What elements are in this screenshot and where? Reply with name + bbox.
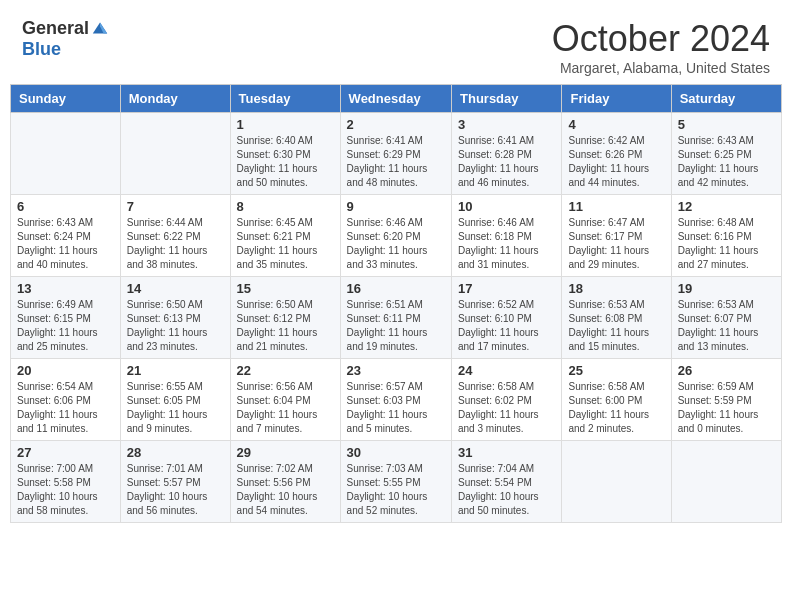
day-number: 2 (347, 117, 445, 132)
day-info: Sunrise: 6:48 AM Sunset: 6:16 PM Dayligh… (678, 216, 775, 272)
day-info: Sunrise: 6:57 AM Sunset: 6:03 PM Dayligh… (347, 380, 445, 436)
calendar-cell: 16Sunrise: 6:51 AM Sunset: 6:11 PM Dayli… (340, 277, 451, 359)
calendar-cell: 9Sunrise: 6:46 AM Sunset: 6:20 PM Daylig… (340, 195, 451, 277)
day-number: 31 (458, 445, 555, 460)
calendar-cell: 17Sunrise: 6:52 AM Sunset: 6:10 PM Dayli… (452, 277, 562, 359)
calendar-cell: 5Sunrise: 6:43 AM Sunset: 6:25 PM Daylig… (671, 113, 781, 195)
day-info: Sunrise: 6:42 AM Sunset: 6:26 PM Dayligh… (568, 134, 664, 190)
day-info: Sunrise: 6:58 AM Sunset: 6:00 PM Dayligh… (568, 380, 664, 436)
calendar-cell: 22Sunrise: 6:56 AM Sunset: 6:04 PM Dayli… (230, 359, 340, 441)
calendar-cell: 15Sunrise: 6:50 AM Sunset: 6:12 PM Dayli… (230, 277, 340, 359)
calendar-cell: 2Sunrise: 6:41 AM Sunset: 6:29 PM Daylig… (340, 113, 451, 195)
day-number: 30 (347, 445, 445, 460)
day-number: 28 (127, 445, 224, 460)
day-info: Sunrise: 6:43 AM Sunset: 6:25 PM Dayligh… (678, 134, 775, 190)
day-info: Sunrise: 6:46 AM Sunset: 6:20 PM Dayligh… (347, 216, 445, 272)
calendar-cell: 29Sunrise: 7:02 AM Sunset: 5:56 PM Dayli… (230, 441, 340, 523)
calendar-cell: 28Sunrise: 7:01 AM Sunset: 5:57 PM Dayli… (120, 441, 230, 523)
day-number: 11 (568, 199, 664, 214)
month-title: October 2024 (552, 18, 770, 60)
calendar-cell: 23Sunrise: 6:57 AM Sunset: 6:03 PM Dayli… (340, 359, 451, 441)
calendar-week-row: 20Sunrise: 6:54 AM Sunset: 6:06 PM Dayli… (11, 359, 782, 441)
day-info: Sunrise: 6:50 AM Sunset: 6:13 PM Dayligh… (127, 298, 224, 354)
calendar-cell (562, 441, 671, 523)
day-number: 24 (458, 363, 555, 378)
calendar-cell: 26Sunrise: 6:59 AM Sunset: 5:59 PM Dayli… (671, 359, 781, 441)
day-info: Sunrise: 6:50 AM Sunset: 6:12 PM Dayligh… (237, 298, 334, 354)
day-number: 7 (127, 199, 224, 214)
day-of-week-header: Sunday (11, 85, 121, 113)
day-info: Sunrise: 6:47 AM Sunset: 6:17 PM Dayligh… (568, 216, 664, 272)
calendar-week-row: 13Sunrise: 6:49 AM Sunset: 6:15 PM Dayli… (11, 277, 782, 359)
day-number: 10 (458, 199, 555, 214)
calendar-cell: 21Sunrise: 6:55 AM Sunset: 6:05 PM Dayli… (120, 359, 230, 441)
day-info: Sunrise: 6:53 AM Sunset: 6:08 PM Dayligh… (568, 298, 664, 354)
day-info: Sunrise: 7:00 AM Sunset: 5:58 PM Dayligh… (17, 462, 114, 518)
day-of-week-header: Tuesday (230, 85, 340, 113)
day-info: Sunrise: 6:46 AM Sunset: 6:18 PM Dayligh… (458, 216, 555, 272)
day-number: 21 (127, 363, 224, 378)
day-number: 27 (17, 445, 114, 460)
calendar-cell: 24Sunrise: 6:58 AM Sunset: 6:02 PM Dayli… (452, 359, 562, 441)
calendar-cell (671, 441, 781, 523)
day-number: 5 (678, 117, 775, 132)
day-number: 25 (568, 363, 664, 378)
day-of-week-header: Monday (120, 85, 230, 113)
calendar-cell: 18Sunrise: 6:53 AM Sunset: 6:08 PM Dayli… (562, 277, 671, 359)
day-number: 9 (347, 199, 445, 214)
day-number: 15 (237, 281, 334, 296)
calendar-week-row: 6Sunrise: 6:43 AM Sunset: 6:24 PM Daylig… (11, 195, 782, 277)
day-number: 17 (458, 281, 555, 296)
day-of-week-header: Wednesday (340, 85, 451, 113)
day-info: Sunrise: 6:59 AM Sunset: 5:59 PM Dayligh… (678, 380, 775, 436)
day-info: Sunrise: 6:54 AM Sunset: 6:06 PM Dayligh… (17, 380, 114, 436)
day-number: 16 (347, 281, 445, 296)
calendar-cell: 12Sunrise: 6:48 AM Sunset: 6:16 PM Dayli… (671, 195, 781, 277)
logo: General Blue (22, 18, 109, 60)
day-info: Sunrise: 7:04 AM Sunset: 5:54 PM Dayligh… (458, 462, 555, 518)
title-area: October 2024 Margaret, Alabama, United S… (552, 18, 770, 76)
day-number: 13 (17, 281, 114, 296)
calendar-cell: 1Sunrise: 6:40 AM Sunset: 6:30 PM Daylig… (230, 113, 340, 195)
day-of-week-header: Saturday (671, 85, 781, 113)
calendar-cell: 13Sunrise: 6:49 AM Sunset: 6:15 PM Dayli… (11, 277, 121, 359)
day-info: Sunrise: 6:53 AM Sunset: 6:07 PM Dayligh… (678, 298, 775, 354)
day-number: 18 (568, 281, 664, 296)
calendar-cell: 7Sunrise: 6:44 AM Sunset: 6:22 PM Daylig… (120, 195, 230, 277)
day-info: Sunrise: 6:49 AM Sunset: 6:15 PM Dayligh… (17, 298, 114, 354)
calendar-cell: 19Sunrise: 6:53 AM Sunset: 6:07 PM Dayli… (671, 277, 781, 359)
day-info: Sunrise: 6:51 AM Sunset: 6:11 PM Dayligh… (347, 298, 445, 354)
day-number: 4 (568, 117, 664, 132)
day-info: Sunrise: 6:52 AM Sunset: 6:10 PM Dayligh… (458, 298, 555, 354)
calendar-table: SundayMondayTuesdayWednesdayThursdayFrid… (10, 84, 782, 523)
calendar-week-row: 27Sunrise: 7:00 AM Sunset: 5:58 PM Dayli… (11, 441, 782, 523)
calendar-cell: 10Sunrise: 6:46 AM Sunset: 6:18 PM Dayli… (452, 195, 562, 277)
day-info: Sunrise: 6:45 AM Sunset: 6:21 PM Dayligh… (237, 216, 334, 272)
page-header: General Blue October 2024 Margaret, Alab… (10, 10, 782, 80)
day-number: 20 (17, 363, 114, 378)
day-number: 14 (127, 281, 224, 296)
calendar-cell: 8Sunrise: 6:45 AM Sunset: 6:21 PM Daylig… (230, 195, 340, 277)
calendar-cell (11, 113, 121, 195)
day-number: 12 (678, 199, 775, 214)
location: Margaret, Alabama, United States (552, 60, 770, 76)
day-number: 26 (678, 363, 775, 378)
day-number: 3 (458, 117, 555, 132)
calendar-cell: 31Sunrise: 7:04 AM Sunset: 5:54 PM Dayli… (452, 441, 562, 523)
calendar-cell (120, 113, 230, 195)
calendar-cell: 30Sunrise: 7:03 AM Sunset: 5:55 PM Dayli… (340, 441, 451, 523)
day-of-week-header: Thursday (452, 85, 562, 113)
day-number: 29 (237, 445, 334, 460)
calendar-cell: 20Sunrise: 6:54 AM Sunset: 6:06 PM Dayli… (11, 359, 121, 441)
day-number: 1 (237, 117, 334, 132)
logo-blue: Blue (22, 39, 61, 60)
day-info: Sunrise: 6:55 AM Sunset: 6:05 PM Dayligh… (127, 380, 224, 436)
day-info: Sunrise: 6:56 AM Sunset: 6:04 PM Dayligh… (237, 380, 334, 436)
calendar-cell: 14Sunrise: 6:50 AM Sunset: 6:13 PM Dayli… (120, 277, 230, 359)
day-info: Sunrise: 7:02 AM Sunset: 5:56 PM Dayligh… (237, 462, 334, 518)
day-info: Sunrise: 6:41 AM Sunset: 6:29 PM Dayligh… (347, 134, 445, 190)
day-info: Sunrise: 6:41 AM Sunset: 6:28 PM Dayligh… (458, 134, 555, 190)
day-info: Sunrise: 6:44 AM Sunset: 6:22 PM Dayligh… (127, 216, 224, 272)
calendar-cell: 25Sunrise: 6:58 AM Sunset: 6:00 PM Dayli… (562, 359, 671, 441)
logo-general: General (22, 18, 89, 39)
